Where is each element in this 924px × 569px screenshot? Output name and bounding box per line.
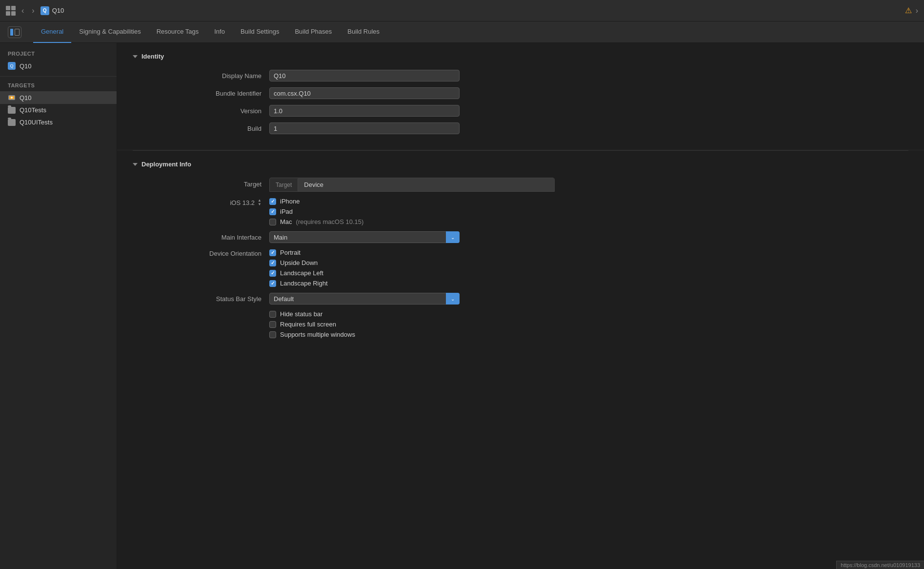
- requires-full-screen-checkbox[interactable]: [269, 321, 276, 328]
- hide-status-bar-row: Hide status bar: [269, 310, 355, 318]
- file-name: Q10: [52, 7, 64, 14]
- warning-icon[interactable]: ⚠: [905, 6, 912, 15]
- nav-more-button[interactable]: ›: [916, 6, 918, 15]
- upside-down-label: Upside Down: [280, 259, 318, 266]
- version-row: Version: [133, 105, 908, 117]
- bundle-id-input[interactable]: [269, 87, 460, 99]
- hide-status-bar-checkbox[interactable]: [269, 311, 276, 318]
- iphone-checkbox[interactable]: [269, 198, 276, 205]
- sidebar-item-q10[interactable]: Q10: [0, 91, 117, 104]
- deployment-collapse-button[interactable]: [133, 163, 138, 166]
- target-header-label: Target: [270, 179, 298, 191]
- target-content: Target Device: [269, 178, 908, 192]
- version-label: Version: [133, 107, 269, 115]
- svg-point-2: [11, 97, 13, 99]
- sidebar-divider: [0, 76, 117, 77]
- nav-forward-button[interactable]: ›: [30, 5, 36, 16]
- content-area: Identity Display Name Bundle Identifier …: [117, 43, 924, 569]
- title-bar: ‹ › Q Q10 ⚠ ›: [0, 0, 924, 21]
- ipad-checkbox[interactable]: [269, 208, 276, 215]
- build-input[interactable]: [269, 122, 460, 134]
- device-orientation-row: Device Orientation Portrait Upside Down …: [133, 249, 908, 287]
- bundle-id-row: Bundle Identifier: [133, 87, 908, 99]
- target-q10-icon: [8, 94, 16, 102]
- file-title: Q Q10: [40, 6, 64, 15]
- mac-checkbox[interactable]: [269, 219, 276, 225]
- display-name-input[interactable]: [269, 70, 460, 81]
- portrait-checkbox-row: Portrait: [269, 249, 328, 256]
- main-interface-label: Main Interface: [133, 234, 269, 241]
- display-name-label: Display Name: [133, 72, 269, 80]
- sidebar-toggle-button[interactable]: [8, 26, 21, 38]
- iphone-checkbox-row: iPhone: [269, 198, 363, 205]
- main-interface-select-wrapper: Main ⌄: [269, 231, 460, 243]
- url-bar: https://blog.csdn.net/u010919133: [836, 561, 924, 569]
- identity-section-title: Identity: [141, 53, 164, 60]
- target-row: Target Target Device: [133, 178, 908, 192]
- landscape-left-label: Landscape Left: [280, 269, 323, 277]
- tab-build-phases[interactable]: Build Phases: [287, 21, 340, 43]
- mac-checkbox-row: Mac (requires macOS 10.15): [269, 218, 363, 225]
- ipad-label: iPad: [280, 208, 293, 215]
- build-label: Build: [133, 125, 269, 132]
- build-row: Build: [133, 122, 908, 134]
- upside-down-checkbox-row: Upside Down: [269, 259, 328, 266]
- nav-back-button[interactable]: ‹: [20, 5, 26, 16]
- grid-icon[interactable]: [6, 6, 16, 16]
- status-bar-checkboxes: Hide status bar Requires full screen Sup…: [269, 310, 355, 338]
- portrait-checkbox[interactable]: [269, 249, 276, 256]
- upside-down-checkbox[interactable]: [269, 260, 276, 266]
- target-q10tests-label: Q10Tests: [20, 106, 46, 114]
- landscape-right-checkbox[interactable]: [269, 280, 276, 287]
- device-checkboxes: iPhone iPad Mac (requires macOS 10.15): [269, 198, 363, 225]
- tab-signing[interactable]: Signing & Capabilities: [71, 21, 148, 43]
- sidebar-item-q10uitests[interactable]: Q10UITests: [0, 116, 117, 128]
- deployment-section-header: Deployment Info: [133, 161, 908, 168]
- sidebar-project-label: Q10: [20, 62, 32, 70]
- identity-section-header: Identity: [133, 53, 908, 60]
- requires-full-screen-row: Requires full screen: [269, 321, 355, 328]
- status-bar-checkboxes-row: Hide status bar Requires full screen Sup…: [133, 310, 908, 338]
- ios-version-label: iOS 13.2 ▲ ▼: [133, 198, 269, 206]
- landscape-left-checkbox[interactable]: [269, 270, 276, 277]
- identity-collapse-button[interactable]: [133, 55, 138, 58]
- mac-note: (requires macOS 10.15): [296, 218, 364, 225]
- sidebar: PROJECT Q Q10 TARGETS Q10 Q10Tests Q10UI…: [0, 43, 117, 569]
- requires-full-screen-label: Requires full screen: [280, 321, 336, 328]
- identity-section: Identity Display Name Bundle Identifier …: [117, 43, 924, 150]
- tab-general[interactable]: General: [33, 21, 71, 43]
- status-bar-select-wrapper: Default ⌄: [269, 293, 460, 305]
- supports-multiple-windows-row: Supports multiple windows: [269, 331, 355, 338]
- orientation-checkboxes: Portrait Upside Down Landscape Left Land…: [269, 249, 328, 287]
- target-q10uitests-label: Q10UITests: [20, 119, 53, 126]
- deployment-section: Deployment Info Target Target Device iOS…: [117, 151, 924, 354]
- target-q10-label: Q10: [20, 94, 32, 102]
- deployment-section-title: Deployment Info: [141, 161, 191, 168]
- display-name-row: Display Name: [133, 70, 908, 81]
- sidebar-item-q10tests[interactable]: Q10Tests: [0, 104, 117, 116]
- title-bar-right: ⚠ ›: [905, 6, 918, 15]
- tab-build-settings[interactable]: Build Settings: [233, 21, 287, 43]
- version-input[interactable]: [269, 105, 460, 117]
- target-header: Target Device: [269, 178, 555, 192]
- ipad-checkbox-row: iPad: [269, 208, 363, 215]
- target-row-label: Target: [133, 178, 269, 192]
- target-header-value: Device: [298, 178, 554, 191]
- project-section-title: PROJECT: [0, 49, 117, 60]
- tab-resource-tags[interactable]: Resource Tags: [149, 21, 206, 43]
- supports-multiple-windows-checkbox[interactable]: [269, 331, 276, 338]
- ios-version-stepper[interactable]: ▲ ▼: [258, 199, 261, 206]
- tab-bar: General Signing & Capabilities Resource …: [0, 21, 924, 43]
- main-layout: PROJECT Q Q10 TARGETS Q10 Q10Tests Q10UI…: [0, 43, 924, 569]
- main-interface-select[interactable]: Main: [269, 231, 460, 243]
- tab-info[interactable]: Info: [206, 21, 233, 43]
- status-bar-checkboxes-spacer: [133, 310, 269, 311]
- hide-status-bar-label: Hide status bar: [280, 310, 322, 318]
- portrait-label: Portrait: [280, 249, 301, 256]
- main-interface-row: Main Interface Main ⌄: [133, 231, 908, 243]
- sidebar-item-project[interactable]: Q Q10: [0, 60, 117, 72]
- iphone-label: iPhone: [280, 198, 300, 205]
- tab-build-rules[interactable]: Build Rules: [340, 21, 387, 43]
- status-bar-style-select[interactable]: Default: [269, 293, 460, 305]
- landscape-left-checkbox-row: Landscape Left: [269, 269, 328, 277]
